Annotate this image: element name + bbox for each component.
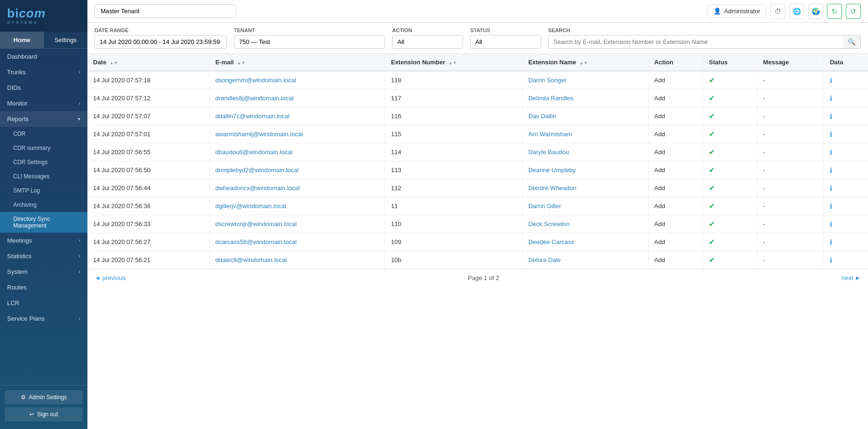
sidebar-item-routes[interactable]: Routes — [0, 280, 87, 295]
sidebar-item-service-plans[interactable]: Service Plans › — [0, 311, 87, 326]
sidebar-sub-cdr-summary[interactable]: CDR summary — [0, 141, 87, 155]
sidebar-sub-cli-messages[interactable]: CLI Messages — [0, 169, 87, 184]
sort-icon-ext-name: ▲▼ — [579, 61, 588, 65]
status-check-icon: ✔ — [709, 76, 715, 84]
sidebar-sub-smtp-log[interactable]: SMTP Log — [0, 184, 87, 198]
col-extension-name[interactable]: Extension Name ▲▼ — [523, 54, 648, 71]
cell-ext-name: Deanne Umpleby — [523, 161, 648, 179]
cell-email: dbaudou6@windomain.local — [209, 143, 385, 161]
globe2-icon: 🌍 — [812, 8, 820, 15]
user-icon: 👤 — [713, 8, 721, 15]
admin-label: Administrator — [724, 8, 760, 15]
cell-message: - — [757, 215, 824, 233]
clock-icon-button[interactable]: ⏱ — [770, 4, 785, 19]
cell-status: ✔ — [703, 89, 757, 107]
cell-message: - — [757, 71, 824, 89]
date-range-label: Date Range — [95, 27, 227, 33]
sidebar-sub-cdr[interactable]: CDR — [0, 127, 87, 141]
sidebar-item-dids[interactable]: DIDs — [0, 80, 87, 96]
refresh2-icon-button[interactable]: ↺ — [846, 4, 861, 19]
status-check-icon: ✔ — [709, 220, 715, 228]
cell-data[interactable]: ℹ — [824, 179, 868, 197]
settings-tab[interactable]: Settings — [44, 32, 88, 48]
cell-date: 14 Jul 2020 07:56:44 — [87, 179, 209, 197]
sidebar-sub-cdr-settings[interactable]: CDR Settings — [0, 155, 87, 169]
refresh1-icon-button[interactable]: ↻ — [827, 4, 842, 19]
sort-icon-date: ▲▼ — [110, 61, 118, 65]
col-status: Status — [703, 54, 757, 71]
cell-email: dumplebyd2@windomain.local — [209, 161, 385, 179]
admin-user-button[interactable]: 👤 Administrator — [707, 5, 766, 18]
cell-data[interactable]: ℹ — [824, 107, 868, 125]
cell-ext-number: 113 — [385, 161, 523, 179]
cell-data[interactable]: ℹ — [824, 143, 868, 161]
refresh2-icon: ↺ — [851, 8, 856, 15]
info-icon[interactable]: ℹ — [830, 238, 832, 246]
status-check-icon: ✔ — [709, 112, 715, 120]
sidebar-item-lcr[interactable]: LCR — [0, 295, 87, 311]
col-email[interactable]: E-mail ▲▼ — [209, 54, 385, 71]
cell-data[interactable]: ℹ — [824, 125, 868, 143]
cell-data[interactable]: ℹ — [824, 215, 868, 233]
info-icon[interactable]: ℹ — [830, 95, 832, 102]
info-icon[interactable]: ℹ — [830, 184, 832, 192]
sidebar-label-dids: DIDs — [7, 84, 21, 91]
status-check-icon: ✔ — [709, 238, 715, 246]
sidebar-item-trunks[interactable]: Trunks › — [0, 64, 87, 80]
info-icon[interactable]: ℹ — [830, 77, 832, 84]
sidebar-item-system[interactable]: System › — [0, 264, 87, 280]
globe1-icon-button[interactable]: 🌐 — [789, 4, 804, 19]
info-icon[interactable]: ℹ — [830, 256, 832, 264]
cell-status: ✔ — [703, 71, 757, 89]
info-icon[interactable]: ℹ — [830, 220, 832, 228]
next-page-link[interactable]: next ► — [842, 274, 861, 281]
cell-data[interactable]: ℹ — [824, 71, 868, 89]
admin-settings-button[interactable]: ⚙ Admin Settings — [5, 390, 83, 404]
tenant-selector-wrap: Master Tenant — [95, 4, 236, 18]
table-row: 14 Jul 2020 07:57:01 awarmishamlj@windom… — [87, 125, 868, 143]
info-icon[interactable]: ℹ — [830, 202, 832, 210]
gear-icon: ⚙ — [21, 394, 26, 401]
status-filter-dropdown[interactable]: All — [470, 35, 541, 49]
sidebar-sub-directory-sync[interactable]: Directory Sync Management — [0, 212, 87, 233]
cell-date: 14 Jul 2020 07:57:12 — [87, 89, 209, 107]
reports-table: Date ▲▼ E-mail ▲▼ Extension Number ▲▼ Ex… — [87, 54, 868, 269]
logo-bicom: bicom — [7, 7, 46, 19]
info-icon[interactable]: ℹ — [830, 149, 832, 156]
search-input[interactable] — [548, 35, 843, 49]
date-range-input[interactable] — [95, 35, 227, 49]
prev-page-link[interactable]: ◄ previous — [95, 274, 126, 281]
cell-data[interactable]: ℹ — [824, 89, 868, 107]
sidebar-item-monitor[interactable]: Monitor › — [0, 96, 87, 111]
cell-ext-name: Deck Screwton — [523, 215, 648, 233]
tenant-filter-dropdown[interactable]: 750 — Test — [234, 35, 385, 49]
search-button[interactable]: 🔍 — [843, 35, 861, 49]
info-icon[interactable]: ℹ — [830, 113, 832, 120]
cell-data[interactable]: ℹ — [824, 197, 868, 215]
cell-data[interactable]: ℹ — [824, 251, 868, 269]
col-extension-number[interactable]: Extension Number ▲▼ — [385, 54, 523, 71]
action-filter-dropdown[interactable]: All — [392, 35, 463, 49]
home-tab[interactable]: Home — [0, 32, 44, 48]
tenant-dropdown[interactable]: Master Tenant — [95, 4, 236, 18]
sidebar-item-dashboard[interactable]: Dashboard — [0, 49, 87, 64]
col-date[interactable]: Date ▲▼ — [87, 54, 209, 71]
cell-data[interactable]: ℹ — [824, 233, 868, 251]
cell-message: - — [757, 161, 824, 179]
sidebar-label-meetings: Meetings — [7, 237, 32, 244]
tenant-group: Tenant 750 — Test — [234, 27, 385, 49]
logo-com: com — [19, 6, 45, 20]
sidebar-item-reports[interactable]: Reports ▾ — [0, 111, 87, 127]
sidebar-item-statistics[interactable]: Statistics › — [0, 248, 87, 264]
sidebar-item-meetings[interactable]: Meetings › — [0, 233, 87, 248]
sidebar-sub-archiving[interactable]: Archiving — [0, 198, 87, 212]
sign-out-button[interactable]: ↩ Sign out — [5, 407, 83, 421]
cell-date: 14 Jul 2020 07:57:07 — [87, 107, 209, 125]
cell-data[interactable]: ℹ — [824, 161, 868, 179]
info-icon[interactable]: ℹ — [830, 166, 832, 174]
col-ext-num-label: Extension Number — [391, 59, 445, 66]
sidebar-label-dashboard: Dashboard — [7, 53, 37, 60]
info-icon[interactable]: ℹ — [830, 131, 832, 138]
globe2-icon-button[interactable]: 🌍 — [808, 4, 823, 19]
status-group: Status All — [470, 27, 541, 49]
